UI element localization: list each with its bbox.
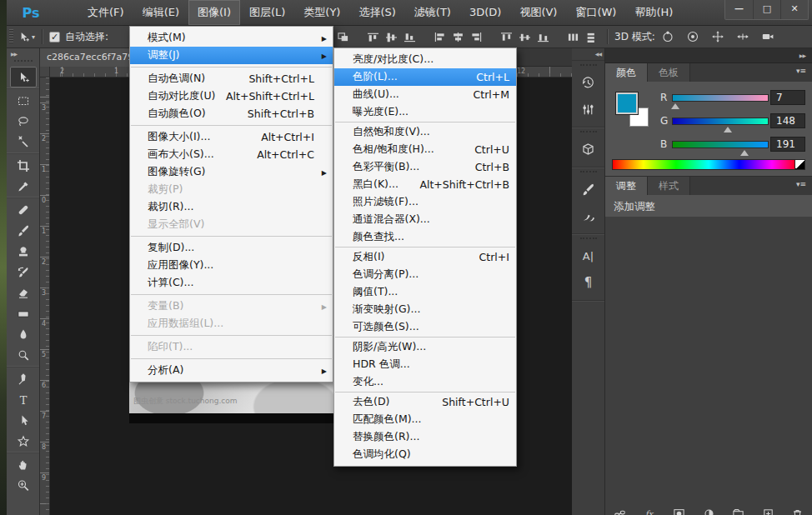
3d-panel-icon[interactable]	[575, 137, 602, 162]
character-panel-icon[interactable]: A|	[575, 243, 602, 268]
menu-item[interactable]: 曲线(U)...Ctrl+M	[334, 86, 516, 103]
panel-menu-icon[interactable]: ▾≡	[796, 177, 812, 195]
auto-select-checkbox[interactable]: ✓	[49, 32, 60, 42]
toolbar-collapse-icon[interactable]: ▶▶	[7, 48, 39, 59]
menu-item[interactable]: 匹配颜色(M)...	[334, 411, 516, 428]
align-left-icon[interactable]	[433, 31, 446, 42]
tool-preset-caret-icon[interactable]: ▾	[32, 33, 35, 41]
align-right-icon[interactable]	[469, 31, 483, 42]
distribute-middle-icon[interactable]	[518, 31, 531, 42]
eraser-tool[interactable]	[10, 282, 37, 303]
menu-item[interactable]: 可选颜色(S)...	[334, 318, 516, 336]
history-brush-tool[interactable]	[10, 262, 37, 282]
brush-tool[interactable]	[10, 220, 37, 241]
menu-item[interactable]: 分析(A)▶	[130, 362, 333, 379]
lasso-tool[interactable]	[10, 111, 37, 132]
menu-item[interactable]: 亮度/对比度(C)...	[334, 51, 516, 68]
menu-item[interactable]: 调整(J)▶	[130, 47, 333, 64]
menubar-item[interactable]: 图像(I)	[188, 0, 240, 25]
custom-shape-tool[interactable]	[10, 431, 37, 452]
menubar-item[interactable]: 编辑(E)	[133, 0, 188, 25]
menubar-item[interactable]: 图层(L)	[240, 0, 294, 25]
paragraph-panel-icon[interactable]: ¶	[575, 270, 602, 295]
foreground-color-swatch[interactable]	[616, 92, 638, 114]
menu-item[interactable]: 去色(D)Shift+Ctrl+U	[334, 393, 516, 411]
menu-item[interactable]: 颜色查找...	[334, 228, 516, 246]
dock-grip[interactable]	[580, 64, 597, 68]
menu-item[interactable]: 图像旋转(G)▶	[130, 163, 333, 181]
spectrum-bw-end[interactable]	[794, 160, 804, 169]
blur-tool[interactable]	[10, 324, 37, 345]
dock-collapse-icon[interactable]: ◀◀	[572, 48, 604, 61]
dock-grip[interactable]	[580, 238, 597, 241]
channel-value-field[interactable]: 148	[770, 113, 805, 128]
toolbar-grip[interactable]	[14, 60, 33, 63]
new-layer-icon[interactable]	[762, 508, 774, 515]
menu-item[interactable]: 色调分离(P)...	[334, 266, 516, 283]
3d-orbit-icon[interactable]	[659, 30, 676, 43]
channel-slider[interactable]	[672, 94, 769, 102]
distribute-h-icon[interactable]	[566, 31, 579, 42]
menubar-item[interactable]: 窗口(W)	[566, 0, 625, 25]
slider-thumb-icon[interactable]	[724, 127, 732, 132]
move-tool[interactable]	[10, 67, 37, 88]
tab-inactive[interactable]: 样式	[648, 177, 690, 195]
channel-value-field[interactable]: 191	[770, 137, 805, 152]
menubar-item[interactable]: 类型(Y)	[294, 0, 349, 25]
brush-panel-icon[interactable]	[575, 177, 602, 202]
group-icon[interactable]	[732, 508, 744, 515]
menubar-item[interactable]: 3D(D)	[460, 0, 510, 25]
marquee-tool[interactable]	[10, 90, 37, 111]
3d-slide-icon[interactable]	[734, 30, 751, 43]
menu-item[interactable]: 曝光度(E)...	[334, 103, 516, 121]
slider-thumb-icon[interactable]	[740, 150, 749, 156]
channel-value-field[interactable]: 7	[770, 90, 805, 105]
menubar-item[interactable]: 滤镜(T)	[405, 0, 460, 25]
channel-slider[interactable]	[672, 141, 769, 148]
type-tool[interactable]: T	[10, 389, 37, 410]
menubar-item[interactable]: 选择(S)	[349, 0, 404, 25]
menubar-item[interactable]: 文件(F)	[78, 0, 133, 25]
menu-item[interactable]: 阈值(T)...	[334, 283, 516, 301]
menu-item[interactable]: 计算(C)...	[130, 274, 333, 292]
new-adjustment-icon[interactable]	[703, 508, 715, 515]
menu-item[interactable]: 色调均化(Q)	[334, 446, 516, 463]
maximize-button[interactable]: □	[753, 0, 780, 19]
menu-item[interactable]: 陷印(T)...	[130, 338, 333, 356]
align-bottom-icon[interactable]	[403, 31, 416, 42]
menu-item[interactable]: 照片滤镜(F)...	[334, 193, 516, 211]
menu-item[interactable]: 通道混合器(X)...	[334, 211, 516, 228]
menu-item[interactable]: 变化...	[334, 373, 516, 391]
dock-grip[interactable]	[580, 171, 597, 174]
path-selection-tool[interactable]	[10, 410, 37, 431]
menu-item[interactable]: 黑白(K)...Alt+Shift+Ctrl+B	[334, 176, 516, 193]
tab-active[interactable]: 调整	[605, 177, 648, 195]
menu-item[interactable]: 自动颜色(O)Shift+Ctrl+B	[130, 105, 333, 122]
move-tool-icon[interactable]	[18, 31, 30, 43]
menu-item[interactable]: 图像大小(I)...Alt+Ctrl+I	[130, 128, 333, 146]
distribute-v-icon[interactable]	[584, 31, 598, 42]
eyedropper-tool[interactable]	[10, 176, 37, 197]
menu-item[interactable]: 反相(I)Ctrl+I	[334, 248, 516, 266]
align-center-h-icon[interactable]	[451, 31, 464, 42]
mask-icon[interactable]	[673, 508, 685, 515]
color-spectrum-ramp[interactable]	[612, 159, 805, 170]
menu-item[interactable]: 自然饱和度(V)...	[334, 123, 516, 141]
magic-wand-tool[interactable]	[10, 132, 37, 152]
dock-grip[interactable]	[580, 131, 597, 134]
menu-item[interactable]: 模式(M)▶	[130, 29, 333, 47]
zoom-tool[interactable]	[10, 475, 37, 496]
dodge-tool[interactable]	[10, 345, 37, 366]
delete-icon[interactable]	[791, 508, 804, 515]
menu-item[interactable]: 画布大小(S)...Alt+Ctrl+C	[130, 146, 333, 163]
3d-roll-icon[interactable]	[684, 30, 701, 43]
menu-item[interactable]: 色彩平衡(B)...Ctrl+B	[334, 158, 516, 176]
gradient-tool[interactable]	[10, 303, 37, 324]
menu-item[interactable]: 变量(B)▶	[130, 298, 333, 315]
3d-pan-icon[interactable]	[709, 30, 726, 43]
distribute-top-icon[interactable]	[499, 31, 513, 42]
menu-item[interactable]: 阴影/高光(W)...	[334, 338, 516, 356]
close-button[interactable]: ✕	[780, 0, 808, 19]
tab-inactive[interactable]: 色板	[648, 63, 690, 82]
menu-item[interactable]: 应用数据组(L)...	[130, 315, 333, 332]
